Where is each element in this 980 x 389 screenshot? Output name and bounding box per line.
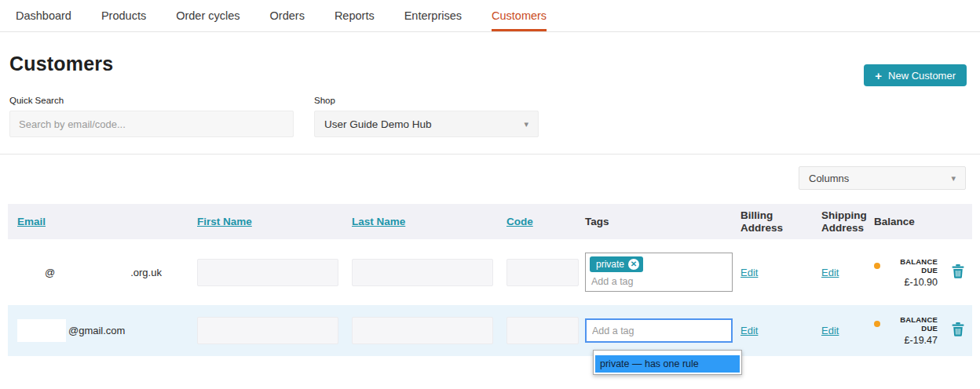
balance-due-dot-icon xyxy=(874,321,880,327)
shipping-address-edit-link[interactable]: Edit xyxy=(821,267,839,278)
columns-dropdown[interactable]: Columns ▾ xyxy=(799,166,966,190)
new-customer-button-label: New Customer xyxy=(888,70,956,82)
add-tag-input-focused[interactable] xyxy=(585,318,733,343)
search-input[interactable] xyxy=(9,111,294,137)
nav-item-reports[interactable]: Reports xyxy=(335,0,375,31)
chevron-down-icon: ▾ xyxy=(951,173,956,184)
shipping-address-edit-link[interactable]: Edit xyxy=(821,325,839,336)
email-cell: @gmail.com xyxy=(8,314,188,347)
nav-item-customers[interactable]: Customers xyxy=(492,0,547,31)
column-header-last-name[interactable]: Last Name xyxy=(352,216,405,227)
first-name-field[interactable] xyxy=(197,317,338,344)
tag-autocomplete-dropdown: private — has one rule xyxy=(593,350,742,375)
shop-label: Shop xyxy=(314,96,539,105)
top-navigation: Dashboard Products Order cycles Orders R… xyxy=(0,0,980,32)
tags-cell: private ✕ xyxy=(576,248,731,296)
filters-bar: Quick Search Shop User Guide Demo Hub ▾ xyxy=(9,96,980,137)
email-cell: @ .org.uk xyxy=(8,262,188,283)
table-header-row: Email First Name Last Name Code Tags Bil… xyxy=(8,204,972,239)
quick-search-group: Quick Search xyxy=(9,96,294,137)
tag-suggestion-option[interactable]: private — has one rule xyxy=(595,355,740,373)
shop-selected-value: User Guide Demo Hub xyxy=(324,118,432,130)
trash-icon xyxy=(952,264,964,278)
balance-status: BALANCE DUE xyxy=(883,257,938,274)
balance-cell: BALANCE DUE £-19.47 xyxy=(865,311,939,351)
remove-tag-icon[interactable]: ✕ xyxy=(628,259,639,270)
column-header-actions xyxy=(939,217,972,227)
page-title: Customers xyxy=(9,53,980,75)
table-row: @gmail.com Edit Edit BALANCE DUE £-19.47 xyxy=(8,305,972,356)
billing-address-edit-link[interactable]: Edit xyxy=(740,325,758,336)
tags-editor[interactable]: private ✕ xyxy=(585,253,733,292)
balance-cell: BALANCE DUE £-10.90 xyxy=(865,253,939,293)
last-name-field[interactable] xyxy=(352,317,493,344)
columns-dropdown-label: Columns xyxy=(809,173,849,184)
column-header-email[interactable]: Email xyxy=(17,216,46,227)
nav-item-orders[interactable]: Orders xyxy=(270,0,305,31)
shop-filter-group: Shop User Guide Demo Hub ▾ xyxy=(314,96,539,137)
nav-item-products[interactable]: Products xyxy=(101,0,146,31)
new-customer-button[interactable]: + New Customer xyxy=(864,64,967,86)
balance-amount: £-10.90 xyxy=(874,277,938,288)
column-header-shipping-address: Shipping Address xyxy=(812,205,865,238)
code-field[interactable] xyxy=(506,317,579,344)
delete-customer-button[interactable] xyxy=(950,263,966,282)
balance-amount: £-19.47 xyxy=(874,335,938,346)
section-divider xyxy=(0,154,980,155)
add-tag-input[interactable] xyxy=(590,272,684,289)
first-name-field[interactable] xyxy=(197,259,338,286)
email-domain: .org.uk xyxy=(130,267,162,278)
page-header: Customers + New Customer xyxy=(0,53,980,75)
trash-icon xyxy=(952,322,964,336)
email-domain: @gmail.com xyxy=(68,325,125,336)
column-header-code[interactable]: Code xyxy=(506,216,533,227)
nav-item-order-cycles[interactable]: Order cycles xyxy=(176,0,240,31)
redacted-email-block xyxy=(17,319,66,342)
table-row: @ .org.uk private ✕ Edit Edit BALANCE DU… xyxy=(8,239,972,305)
column-header-billing-address: Billing Address xyxy=(731,205,812,238)
column-header-first-name[interactable]: First Name xyxy=(197,216,252,227)
billing-address-edit-link[interactable]: Edit xyxy=(740,267,758,278)
chevron-down-icon: ▾ xyxy=(524,119,528,129)
shop-select[interactable]: User Guide Demo Hub ▾ xyxy=(314,111,539,137)
tag-label: private xyxy=(596,259,624,270)
column-header-tags: Tags xyxy=(576,211,731,233)
plus-icon: + xyxy=(875,69,882,82)
columns-row: Columns ▾ xyxy=(0,166,966,190)
nav-item-enterprises[interactable]: Enterprises xyxy=(404,0,462,31)
code-field[interactable] xyxy=(506,259,579,286)
balance-due-dot-icon xyxy=(874,263,880,269)
tags-cell xyxy=(576,314,731,347)
tag-pill: private ✕ xyxy=(590,256,643,272)
delete-customer-button[interactable] xyxy=(950,321,966,340)
customers-table: Email First Name Last Name Code Tags Bil… xyxy=(8,204,972,356)
last-name-field[interactable] xyxy=(352,259,493,286)
balance-status: BALANCE DUE xyxy=(883,315,938,333)
quick-search-label: Quick Search xyxy=(9,96,294,105)
nav-item-dashboard[interactable]: Dashboard xyxy=(16,0,71,31)
column-header-balance: Balance xyxy=(865,211,939,233)
email-at-symbol: @ xyxy=(45,267,55,278)
